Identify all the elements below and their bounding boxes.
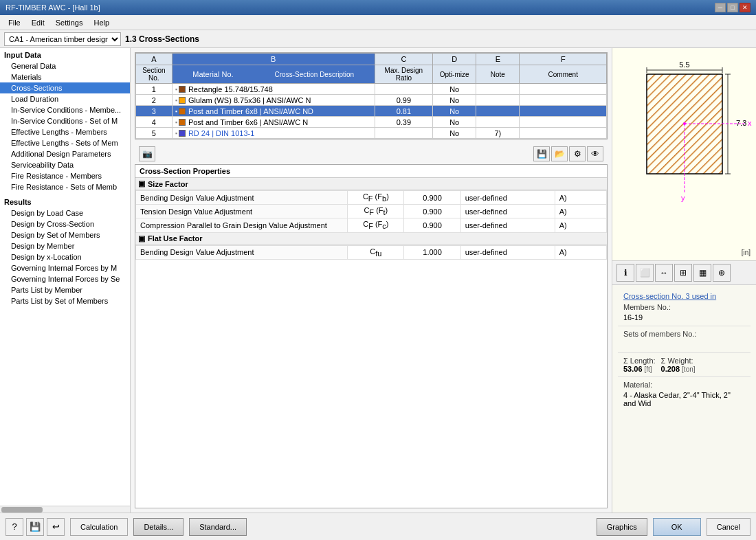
size-factor-header[interactable]: ▣ Size Factor (135, 178, 607, 190)
tension-design-label: Tension Design Value Adjustment (136, 205, 348, 218)
flat-bending-value: 1.000 (404, 245, 460, 259)
info-icon-button[interactable]: ℹ (616, 264, 634, 282)
add-photo-button[interactable]: 📷 (139, 146, 155, 161)
compression-design-label: Compression Parallel to Grain Design Val… (136, 218, 348, 232)
graphics-button[interactable]: Graphics (597, 518, 647, 536)
export-button[interactable]: 💾 (533, 146, 550, 161)
settings-button[interactable]: ⚙ (569, 146, 586, 161)
sidebar-item-design-x-location[interactable]: Design by x-Location (0, 251, 130, 262)
toolbar-row: CA1 - American timber design 1.3 Cross-S… (0, 30, 756, 48)
bending-design-type: user-defined (460, 191, 555, 205)
svg-text:7.3: 7.3 (736, 119, 746, 127)
import-button[interactable]: 📂 (551, 146, 568, 161)
render-button[interactable]: ⬜ (636, 264, 654, 282)
cancel-button[interactable]: Cancel (707, 518, 751, 536)
sidebar-item-parts-list-sets[interactable]: Parts List by Set of Members (0, 295, 130, 306)
tension-design-note: A) (555, 205, 606, 218)
grid-button[interactable]: ▦ (693, 264, 711, 282)
bottom-right-buttons: OK Cancel (653, 518, 751, 536)
sidebar-item-eff-lengths-sets[interactable]: Effective Lengths - Sets of Mem (0, 137, 130, 148)
table-row[interactable]: 4 ▪Post and Timber 6x6 | ANSI/AWC N 0.39… (136, 117, 607, 128)
more-button[interactable]: ⊕ (713, 264, 731, 282)
sidebar-item-gov-internal-forces-s[interactable]: Governing Internal Forces by Se (0, 273, 130, 284)
col-comment-header: Comment (520, 65, 607, 84)
save-icon-button[interactable]: 💾 (26, 518, 44, 536)
sidebar-item-fire-sets[interactable]: Fire Resistance - Sets of Memb (0, 181, 130, 192)
close-button[interactable]: ✕ (740, 3, 751, 12)
bending-design-note: A) (555, 191, 606, 205)
sidebar-item-fire-members[interactable]: Fire Resistance - Members (0, 170, 130, 181)
col-d-header[interactable]: D (433, 54, 476, 65)
table-row[interactable]: 1 ▪Rectangle 15.748/15.748 No (136, 84, 607, 95)
cross-section-link[interactable]: Cross-section No. 3 used in (618, 289, 751, 302)
sidebar-item-load-duration[interactable]: Load Duration (0, 93, 130, 104)
sidebar-item-design-member[interactable]: Design by Member (0, 240, 130, 251)
length-row: 53.06 [ft] (623, 365, 656, 373)
menu-help[interactable]: Help (88, 17, 115, 28)
calculation-button[interactable]: Calculation (70, 518, 128, 536)
length-group: Σ Length: 53.06 [ft] (623, 357, 656, 373)
flat-bending-label: Bending Design Value Adjustment (136, 245, 348, 259)
divider3 (618, 376, 751, 377)
table-row[interactable]: 5 ▪RD 24 | DIN 1013-1 No 7) (136, 128, 607, 139)
sidebar-scrollbar-area[interactable] (0, 506, 130, 513)
col-e-header[interactable]: E (476, 54, 520, 65)
menu-settings[interactable]: Settings (50, 17, 89, 28)
sidebar-item-general-data[interactable]: General Data (0, 60, 130, 71)
sidebar-item-in-service-sets[interactable]: In-Service Conditions - Set of M (0, 115, 130, 126)
table-row[interactable]: 3 ▪Post and Timber 6x8 | ANSI/AWC ND 0.8… (136, 106, 607, 117)
maximize-button[interactable]: □ (727, 3, 738, 12)
menu-edit[interactable]: Edit (26, 17, 50, 28)
ok-button[interactable]: OK (653, 518, 701, 536)
size-factor-label: Size Factor (148, 180, 188, 188)
sidebar-item-gov-internal-forces-m[interactable]: Governing Internal Forces by M (0, 262, 130, 273)
sidebar-scrollbar-thumb[interactable] (1, 507, 43, 513)
visibility-button[interactable]: 👁 (587, 146, 603, 161)
col-a-header[interactable]: A (136, 54, 173, 65)
sidebar-item-design-load-case[interactable]: Design by Load Case (0, 207, 130, 218)
size-factor-table: Bending Design Value Adjustment CF (Fb) … (135, 190, 607, 233)
details-button[interactable]: Details... (133, 518, 184, 536)
minimize-button[interactable]: ─ (715, 3, 726, 12)
undo-icon-button[interactable]: ↩ (47, 518, 65, 536)
flat-bending-symbol: Cfu (348, 245, 404, 259)
help-icon-button[interactable]: ? (5, 518, 23, 536)
compression-design-value: 0.900 (404, 218, 460, 232)
col-b-header[interactable]: B (172, 54, 375, 65)
input-data-title: Input Data (0, 48, 130, 60)
sidebar-item-in-service-members[interactable]: In-Service Conditions - Membe... (0, 104, 130, 115)
col-c-header[interactable]: C (375, 54, 432, 65)
sidebar-item-design-cross-section[interactable]: Design by Cross-Section (0, 218, 130, 229)
section-info-panel: Cross-section No. 3 used in Members No.:… (612, 285, 756, 513)
divider1 (618, 326, 751, 326)
sidebar-item-parts-list-member[interactable]: Parts List by Member (0, 284, 130, 295)
flat-use-collapse-icon: ▣ (138, 234, 145, 243)
menu-file[interactable]: File (3, 17, 26, 28)
sidebar-item-materials[interactable]: Materials (0, 71, 130, 82)
weight-group: Σ Weight: 0.208 [ton] (661, 357, 696, 373)
design-case-dropdown[interactable]: CA1 - American timber design (4, 32, 121, 46)
size-factor-collapse-icon: ▣ (138, 179, 145, 188)
bending-design-label: Bending Design Value Adjustment (136, 191, 348, 205)
col-optimize-header: Opti-mize (433, 65, 476, 84)
sidebar-item-design-set-members[interactable]: Design by Set of Members (0, 229, 130, 240)
tension-design-value: 0.900 (404, 205, 460, 218)
window-title: RF-TIMBER AWC - [Hall 1b] (5, 3, 100, 12)
weight-row: 0.208 [ton] (661, 365, 696, 373)
sets-no-label: Sets of members No.: (618, 328, 751, 339)
standard-button[interactable]: Standard... (189, 518, 247, 536)
sidebar-item-eff-lengths-members[interactable]: Effective Lengths - Members (0, 126, 130, 137)
flat-use-header[interactable]: ▣ Flat Use Factor (135, 233, 607, 245)
right-panel: 5.5 7.3 (612, 48, 756, 513)
flat-bending-row: Bending Design Value Adjustment Cfu 1.00… (136, 245, 607, 259)
dimension-button[interactable]: ⊞ (674, 264, 692, 282)
table-row[interactable]: 2 ▪Glulam (WS) 8.75x36 | ANSI/AWC N 0.99… (136, 95, 607, 106)
front-view-button[interactable]: ↔ (655, 264, 673, 282)
col-note-header: Note (476, 65, 520, 84)
svg-text:5.5: 5.5 (679, 60, 689, 69)
col-f-header[interactable]: F (520, 54, 607, 65)
sidebar-item-cross-sections[interactable]: Cross-Sections (0, 82, 130, 93)
sidebar-item-serviceability[interactable]: Serviceability Data (0, 159, 130, 170)
sidebar-item-additional-design[interactable]: Additional Design Parameters (0, 148, 130, 159)
cross-section-properties: Cross-Section Properties ▣ Size Factor B… (135, 164, 608, 508)
